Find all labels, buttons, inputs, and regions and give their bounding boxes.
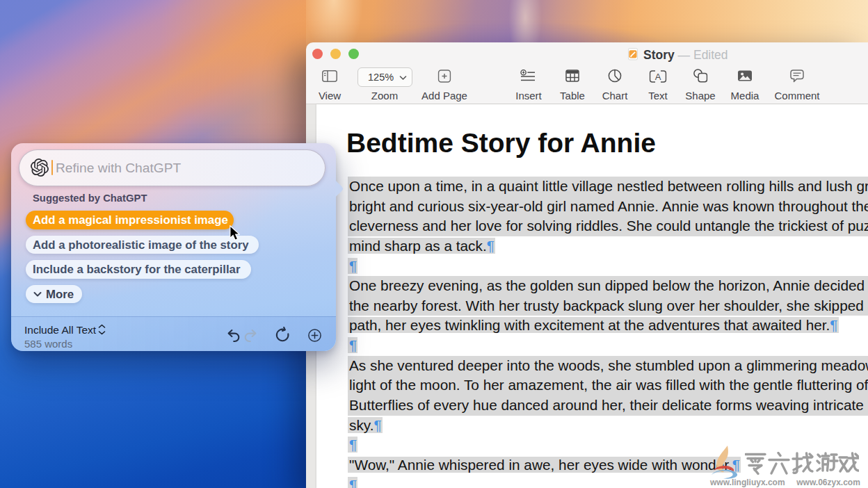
svg-text:A: A xyxy=(655,72,661,82)
